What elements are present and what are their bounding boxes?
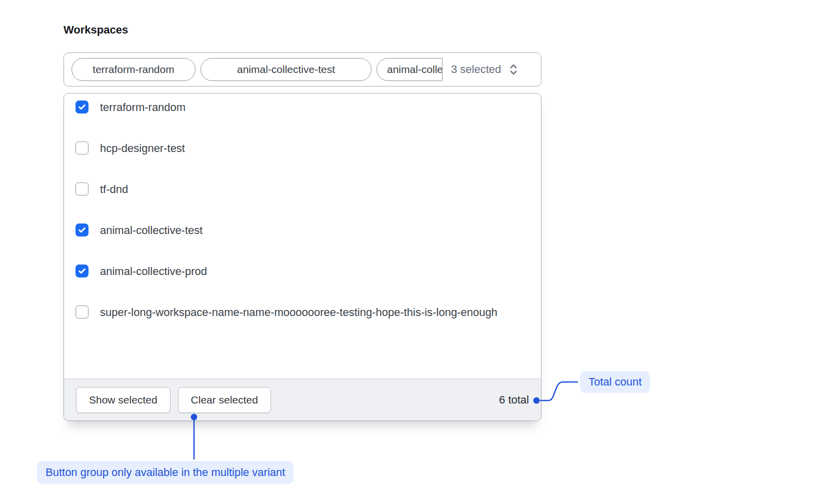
option-row[interactable]: terraform-random [76, 98, 529, 116]
page-canvas: Workspaces terraform-random animal-colle… [0, 0, 836, 504]
option-checkbox[interactable] [76, 100, 88, 114]
option-label: hcp-designer-test [100, 139, 185, 158]
option-row[interactable]: animal-collective-test [76, 221, 529, 240]
option-row[interactable]: tf-dnd [76, 180, 529, 198]
option-row[interactable]: animal-collective-prod [76, 262, 529, 280]
field-label: Workspaces [64, 24, 128, 36]
listbox-footer: Show selected Clear selected 6 total [64, 378, 541, 420]
selected-tag-clipped: animal-collective-prod [376, 58, 442, 81]
option-row[interactable]: super-long-workspace-name-name-moooooore… [76, 303, 529, 322]
options-list: terraform-random hcp-designer-test tf-dn… [64, 94, 541, 322]
option-label: terraform-random [100, 98, 186, 116]
option-label: tf-dnd [100, 180, 128, 198]
selected-tag: animal-collective-test [200, 58, 372, 81]
multiselect-listbox: terraform-random hcp-designer-test tf-dn… [64, 93, 542, 421]
annotation-button-group: Button group only available in the multi… [37, 461, 294, 484]
selected-tag: terraform-random [72, 58, 196, 81]
option-checkbox[interactable] [76, 182, 88, 196]
show-selected-button[interactable]: Show selected [76, 387, 170, 413]
selected-tags-group: terraform-random animal-collective-test … [72, 58, 442, 81]
annotation-total-count: Total count [580, 371, 650, 393]
option-label: animal-collective-prod [100, 262, 207, 280]
option-checkbox[interactable] [76, 142, 88, 154]
option-label: animal-collective-test [100, 221, 202, 240]
selected-count-text: 3 selected [451, 63, 501, 76]
option-label: super-long-workspace-name-name-moooooore… [100, 303, 498, 322]
multiselect-trigger[interactable]: terraform-random animal-collective-test … [64, 52, 542, 86]
option-checkbox[interactable] [76, 264, 88, 278]
option-checkbox[interactable] [76, 224, 88, 236]
option-checkbox[interactable] [76, 306, 88, 318]
clear-selected-button[interactable]: Clear selected [178, 387, 271, 413]
option-row[interactable]: hcp-designer-test [76, 139, 529, 158]
chevrons-up-down-icon [508, 63, 520, 76]
total-count-text: 6 total [499, 394, 529, 406]
